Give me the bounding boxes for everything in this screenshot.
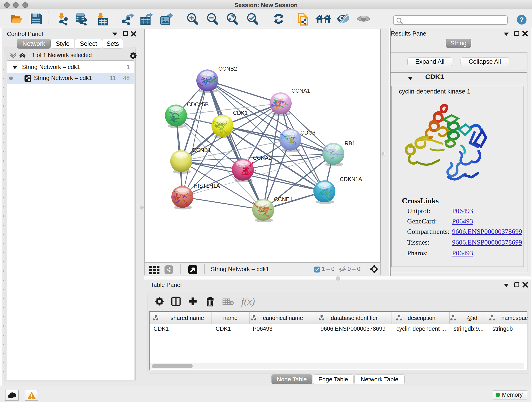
svg-text:CDC25B: CDC25B xyxy=(187,101,209,108)
svg-text:CDK1: CDK1 xyxy=(233,110,248,116)
svg-text:CCNB1: CCNB1 xyxy=(192,147,211,153)
svg-text:CDC6: CDC6 xyxy=(300,129,315,136)
svg-text:CDKN1A: CDKN1A xyxy=(340,176,362,182)
svg-text:HIST1H1A: HIST1H1A xyxy=(194,183,220,189)
svg-text:CCNE1: CCNE1 xyxy=(274,196,293,202)
svg-text:CCNA1: CCNA1 xyxy=(291,88,310,94)
svg-text:RB1: RB1 xyxy=(345,140,355,147)
svg-text:CCNB2: CCNB2 xyxy=(218,65,237,72)
svg-text:CCNA2: CCNA2 xyxy=(253,155,272,161)
svg-text:?: ? xyxy=(520,16,524,23)
